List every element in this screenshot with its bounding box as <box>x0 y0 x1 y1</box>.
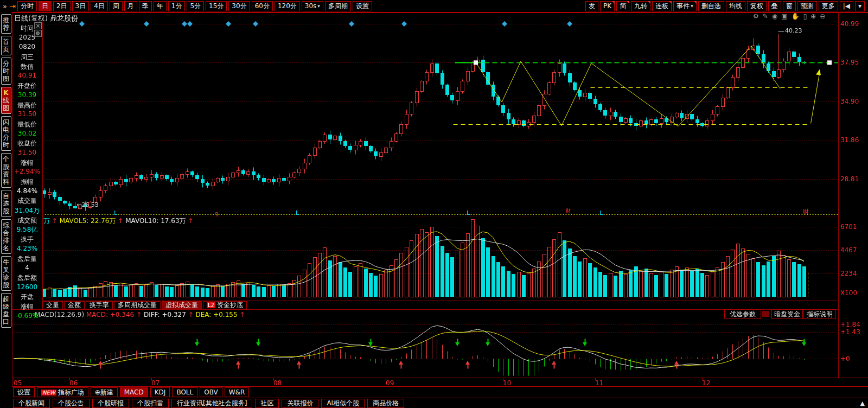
gear-icon[interactable]: ⚙ <box>753 12 759 20</box>
toolbar-button[interactable]: 窗 <box>783 1 796 11</box>
scroll-top-icon[interactable]: ▲ <box>860 400 865 407</box>
quote-field: 振幅 <box>12 177 42 187</box>
toolbar-button[interactable]: 预测 <box>797 1 817 11</box>
volume-tab[interactable]: 多周期成交量 <box>114 301 161 309</box>
info-tab[interactable]: 个股扫雷 <box>132 399 169 408</box>
toolbar-button[interactable]: PK <box>600 1 615 11</box>
toolbar-button[interactable]: 简 <box>616 1 629 11</box>
sidebar-tab[interactable]: 牛叉诊股 <box>1 256 11 291</box>
indicator-button[interactable]: ⊕ 新建 <box>91 387 118 397</box>
indicator-button-label: BOLL <box>176 388 193 396</box>
axis-tick-label: +1.43 <box>840 328 860 336</box>
zoom-in-icon[interactable]: ⊕ <box>810 12 816 20</box>
quote-field: 涨幅 <box>12 302 42 312</box>
period-button[interactable]: 周 <box>110 1 123 11</box>
info-tab[interactable]: AI相似个股 <box>321 399 365 408</box>
toolbar-button[interactable]: 九转 <box>631 1 650 11</box>
indicator-button-label: MACD <box>124 388 144 396</box>
period-button[interactable]: 3日 <box>72 1 90 11</box>
info-tab[interactable]: 行业资讯[其他社会服务] <box>171 399 252 408</box>
macd-panel-button[interactable]: 指标说明 <box>803 309 836 319</box>
volume-tab[interactable]: L2资金抄底 <box>203 301 247 309</box>
period-button[interactable]: 4日 <box>91 1 108 11</box>
volume-tab[interactable]: 换手率 <box>86 301 113 309</box>
toolbar-button[interactable]: 发 <box>585 1 598 11</box>
info-tab[interactable]: 个股公告 <box>53 399 90 408</box>
sidebar-tab[interactable]: 首页 <box>1 36 11 55</box>
month-axis-label: 10 <box>503 379 511 387</box>
close-icon[interactable]: × <box>34 22 42 29</box>
indicator-button[interactable]: 设置 <box>13 387 35 397</box>
period-button[interactable]: 30s▾ <box>302 1 323 11</box>
period-button[interactable]: 多周期 <box>325 1 351 11</box>
period-button[interactable]: 分时 <box>17 1 37 11</box>
expand-icon[interactable]: » <box>3 2 7 10</box>
macd-panel-button[interactable]: 暗盘资金 <box>771 309 803 319</box>
toolbar-button[interactable]: 事件▾ <box>673 1 697 11</box>
info-tab[interactable]: 关联报价 <box>282 399 318 408</box>
period-button[interactable]: 年 <box>154 1 167 11</box>
info-tab[interactable]: 个股研报 <box>92 399 129 408</box>
chart-canvas[interactable] <box>0 0 868 408</box>
period-button[interactable]: 季 <box>139 1 152 11</box>
toolbar-button[interactable]: 连板 <box>652 1 672 11</box>
gear-icon[interactable]: ⚙ <box>34 30 42 37</box>
volume-tab-label: 交量 <box>46 301 59 310</box>
goto-latest-icon[interactable]: ⇥ <box>10 2 16 10</box>
hand-icon[interactable]: ✋ <box>792 12 800 20</box>
indicator-button[interactable]: MACD <box>120 387 148 397</box>
macd-panel-button[interactable]: 优选参数 <box>724 309 761 319</box>
volume-tab[interactable]: 金额 <box>64 301 85 309</box>
toolbar-button[interactable]: 更多 <box>819 1 838 11</box>
axis-tick-label: 37.95 <box>840 59 859 66</box>
lock-icon[interactable]: ▯ <box>803 12 807 20</box>
sidebar-tab[interactable]: 推荐 <box>1 14 11 34</box>
info-tab[interactable]: 社区 <box>255 399 279 408</box>
sidebar-tab-char: 级 <box>3 303 9 310</box>
period-button[interactable]: 日 <box>39 1 52 11</box>
indicator-button[interactable]: BOLL <box>172 387 197 397</box>
top-toolbar: »⇥分时日2日3日4日周月季年1分5分15分30分60分120分30s▾多周期设… <box>0 0 868 13</box>
period-button[interactable]: 1分 <box>168 1 186 11</box>
dropdown-caret-icon[interactable]: ▾ <box>855 1 865 11</box>
toolbar-button[interactable]: 复权 <box>747 1 767 11</box>
pencil-icon[interactable]: ✎ <box>763 12 768 20</box>
indicator-button[interactable]: KDJ <box>150 387 170 397</box>
toolbar-button[interactable]: 叠 <box>768 1 781 11</box>
indicator-button[interactable]: W&R <box>225 387 250 397</box>
toolbar-button[interactable]: 均线 <box>726 1 745 11</box>
sidebar-tab[interactable]: 自选股 <box>1 190 11 217</box>
sidebar-tab[interactable]: 超级盘口 <box>1 293 11 328</box>
eye-icon[interactable]: ◉ <box>772 12 777 20</box>
info-tab[interactable]: 个股新闻 <box>13 399 50 408</box>
chart-annotation: L <box>467 209 470 216</box>
info-tab[interactable]: 商品价格 <box>367 399 404 408</box>
collapse-right-icon[interactable]: |◀ <box>840 1 853 11</box>
indicator-button[interactable]: OBV <box>200 387 222 397</box>
sidebar-tab-char: 料 <box>3 178 9 186</box>
zoom-out-icon[interactable]: ⊖ <box>820 12 825 20</box>
period-button[interactable]: 5分 <box>187 1 204 11</box>
indicator-button[interactable]: NEW指标广场 <box>37 387 88 397</box>
sidebar-tab[interactable]: 个股资料 <box>1 153 11 188</box>
quote-field: 开盘 <box>12 292 42 302</box>
sidebar-tab[interactable]: K线图 <box>1 87 11 114</box>
period-button[interactable]: 30分 <box>228 1 250 11</box>
sidebar-tab[interactable]: 综合排名 <box>1 219 11 254</box>
quote-field: 12600 <box>12 283 42 293</box>
quote-field: 4.84% <box>12 187 42 197</box>
toolbox-icon[interactable]: ▣ <box>781 12 787 20</box>
period-button[interactable]: 60分 <box>252 1 273 11</box>
period-button[interactable]: 月 <box>124 1 137 11</box>
sidebar-tab[interactable]: 分时图 <box>1 58 11 85</box>
period-button[interactable]: 设置 <box>353 1 372 11</box>
period-button[interactable]: 2日 <box>53 1 71 11</box>
indicator-mini-button[interactable] <box>762 311 769 317</box>
sidebar-tab[interactable]: 闪电分时 <box>1 116 11 151</box>
period-button[interactable]: 15分 <box>206 1 227 11</box>
volume-tab[interactable]: 交量 <box>42 301 63 309</box>
volume-tab[interactable]: 虚拟成交量 <box>162 301 202 309</box>
toolbar-button[interactable]: 删自选 <box>698 1 724 11</box>
period-button[interactable]: 120分 <box>275 1 300 11</box>
quote-field: 周三 <box>12 53 42 62</box>
